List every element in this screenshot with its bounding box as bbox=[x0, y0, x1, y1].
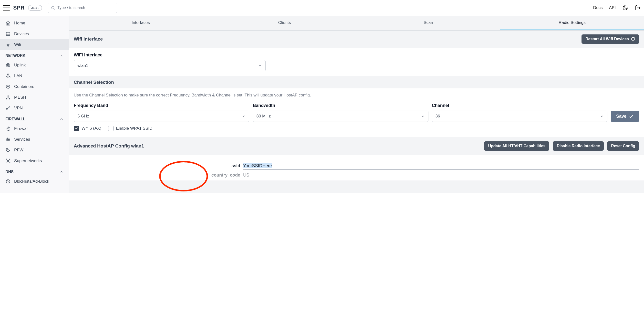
svg-point-21 bbox=[7, 140, 8, 141]
kv-value-ssid[interactable]: YourSSIDHere bbox=[243, 163, 639, 170]
api-link[interactable]: API bbox=[609, 5, 616, 10]
save-button[interactable]: Save bbox=[611, 111, 639, 122]
svg-point-0 bbox=[52, 6, 54, 9]
tab-radio-settings[interactable]: Radio Settings bbox=[500, 16, 644, 30]
tab-clients[interactable]: Clients bbox=[213, 16, 356, 30]
section-title: Channel Selection bbox=[74, 80, 639, 85]
kv-row-ssid: ssid YourSSIDHere bbox=[74, 162, 639, 171]
sidebar-group-firewall[interactable]: FIREWALL bbox=[0, 114, 69, 123]
svg-point-24 bbox=[6, 159, 7, 160]
theme-toggle[interactable] bbox=[622, 5, 628, 11]
menu-toggle[interactable] bbox=[3, 5, 10, 10]
version-badge: v0.3.2 bbox=[28, 5, 42, 11]
sidebar-item-lan[interactable]: LAN bbox=[0, 70, 69, 81]
kv-value-country[interactable]: US bbox=[243, 173, 639, 179]
topbar: SPR v0.3.2 Docs API bbox=[0, 0, 644, 16]
sidebar-item-uplink[interactable]: Uplink bbox=[0, 60, 69, 70]
bw-select[interactable]: 80 MHz bbox=[253, 110, 428, 122]
laptop-icon bbox=[5, 31, 11, 37]
restart-wifi-button[interactable]: Restart All Wifi Devices bbox=[582, 34, 639, 44]
sidebar-item-containers[interactable]: Containers bbox=[0, 81, 69, 92]
kv-key: ssid bbox=[74, 163, 243, 168]
sidebar-item-home[interactable]: Home bbox=[0, 18, 69, 28]
channel-fields: Frequency Band 5 GHz Bandwidth 80 MHz Ch… bbox=[74, 103, 639, 122]
layout: Home Devices Wifi NETWORK Uplink LAN Con… bbox=[0, 16, 644, 193]
svg-line-29 bbox=[6, 180, 10, 183]
sidebar-item-label: LAN bbox=[14, 74, 22, 78]
svg-point-5 bbox=[8, 46, 8, 47]
svg-point-14 bbox=[9, 98, 10, 99]
svg-point-25 bbox=[9, 159, 10, 160]
svg-point-19 bbox=[7, 138, 8, 138]
svg-point-27 bbox=[9, 162, 10, 163]
sidebar-item-vpn[interactable]: VPN bbox=[0, 103, 69, 114]
svg-rect-10 bbox=[9, 77, 10, 78]
logout-button[interactable] bbox=[635, 5, 641, 11]
moon-icon bbox=[622, 5, 628, 11]
channel-help: Use the Channel Selection to make sure t… bbox=[74, 93, 639, 98]
chevron-up-icon bbox=[60, 54, 64, 58]
svg-point-26 bbox=[6, 162, 7, 163]
sidebar-item-label: Home bbox=[14, 21, 25, 26]
sidebar-item-firewall[interactable]: Firewall bbox=[0, 123, 69, 134]
channel-section-header: Channel Selection bbox=[69, 76, 644, 88]
sidebar-group-network[interactable]: NETWORK bbox=[0, 50, 69, 60]
flame-icon bbox=[5, 126, 11, 131]
sidebar: Home Devices Wifi NETWORK Uplink LAN Con… bbox=[0, 16, 69, 193]
ban-icon bbox=[5, 179, 11, 184]
kv-key: country_code bbox=[74, 173, 243, 178]
sidebar-item-label: Wifi bbox=[14, 42, 21, 47]
sidebar-item-wifi[interactable]: Wifi bbox=[0, 39, 69, 50]
freq-select[interactable]: 5 GHz bbox=[74, 110, 249, 122]
sidebar-item-label: PFW bbox=[14, 148, 24, 152]
sidebar-item-pfw[interactable]: PFW bbox=[0, 145, 69, 156]
docs-link[interactable]: Docs bbox=[593, 5, 603, 10]
sidebar-item-label: VPN bbox=[14, 106, 23, 110]
sidebar-item-label: Uplink bbox=[14, 63, 26, 68]
sidebar-item-label: Devices bbox=[14, 32, 29, 36]
svg-point-15 bbox=[6, 108, 8, 110]
wifi-interface-label: WiFi Interface bbox=[74, 52, 639, 58]
mesh-icon bbox=[5, 95, 11, 100]
sidebar-item-devices[interactable]: Devices bbox=[0, 28, 69, 39]
wifi-interface-panel: WiFi Interface wlan1 bbox=[69, 48, 644, 76]
svg-point-23 bbox=[8, 160, 9, 162]
tab-interfaces[interactable]: Interfaces bbox=[69, 16, 213, 30]
svg-point-12 bbox=[8, 96, 8, 96]
sidebar-item-blocklists[interactable]: Blocklists/Ad-Block bbox=[0, 176, 69, 187]
tab-scan[interactable]: Scan bbox=[356, 16, 500, 30]
channel-panel: Use the Channel Selection to make sure t… bbox=[69, 88, 644, 137]
sidebar-item-mesh[interactable]: MESH bbox=[0, 92, 69, 103]
chevron-down-icon bbox=[258, 64, 262, 68]
home-icon bbox=[5, 20, 11, 26]
section-title: Advanced HostAP Config wlan1 bbox=[74, 143, 144, 149]
wifi-interface-header: Wifi Interface Restart All Wifi Devices bbox=[69, 30, 644, 48]
tag-icon bbox=[5, 148, 11, 153]
search-icon bbox=[51, 6, 55, 10]
advanced-header: Advanced HostAP Config wlan1 Update All … bbox=[69, 137, 644, 155]
ch-select[interactable]: 36 bbox=[432, 110, 608, 122]
wpa1-checkbox[interactable]: Enable WPA1 SSID bbox=[108, 126, 152, 131]
svg-rect-9 bbox=[6, 77, 7, 78]
refresh-icon bbox=[631, 37, 635, 41]
sidebar-item-supernetworks[interactable]: Supernetworks bbox=[0, 156, 69, 166]
sidebar-item-services[interactable]: Services bbox=[0, 134, 69, 145]
chevron-up-icon bbox=[60, 117, 64, 121]
search-input[interactable] bbox=[48, 3, 117, 13]
chevron-down-icon bbox=[600, 114, 604, 118]
sidebar-item-label: MESH bbox=[14, 95, 26, 100]
disable-radio-button[interactable]: Disable Radio Interface bbox=[553, 142, 604, 151]
sidebar-group-dns[interactable]: DNS bbox=[0, 166, 69, 176]
sliders-icon bbox=[5, 137, 11, 142]
network-icon bbox=[5, 158, 11, 164]
reset-config-button[interactable]: Reset Config bbox=[607, 142, 639, 151]
chevron-down-icon bbox=[242, 114, 246, 118]
globe-icon bbox=[5, 62, 11, 68]
tabs: Interfaces Clients Scan Radio Settings bbox=[69, 16, 644, 30]
chevron-up-icon bbox=[60, 170, 64, 174]
sidebar-item-label: Containers bbox=[14, 84, 34, 89]
brand: SPR bbox=[13, 5, 25, 11]
update-caps-button[interactable]: Update All HT/VHT Capabilities bbox=[484, 142, 549, 151]
wifi6-checkbox[interactable]: Wifi 6 (AX) bbox=[74, 126, 101, 131]
wifi-interface-select[interactable]: wlan1 bbox=[74, 60, 266, 71]
